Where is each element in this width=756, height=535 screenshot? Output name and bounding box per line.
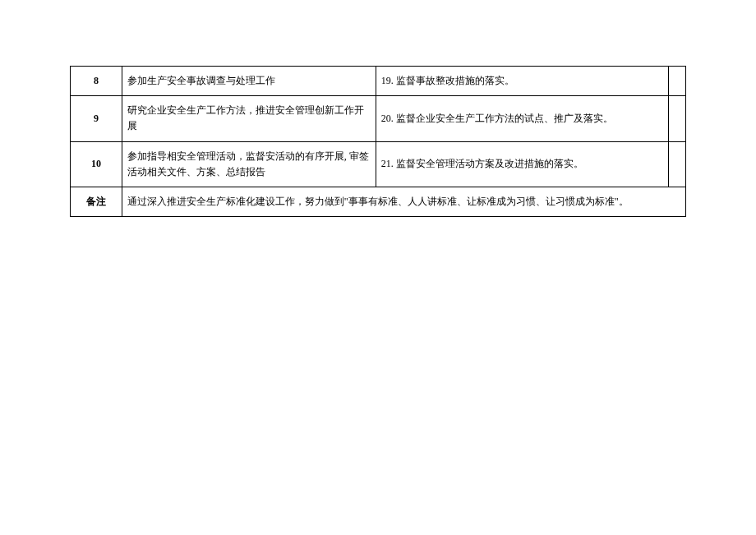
row-empty (669, 67, 686, 96)
row-number: 8 (71, 67, 122, 96)
row-detail: 21. 监督安全管理活动方案及改进措施的落实。 (376, 141, 668, 187)
row-number: 9 (71, 96, 122, 141)
row-description: 参加指导相安全管理活动，监督安活动的有序开展, 审签活动相关文件、方案、总结报告 (122, 141, 376, 187)
row-empty (669, 96, 686, 141)
table-row: 10 参加指导相安全管理活动，监督安活动的有序开展, 审签活动相关文件、方案、总… (71, 141, 686, 187)
row-detail: 19. 监督事故整改措施的落实。 (376, 67, 668, 96)
document-table: 8 参加生产安全事故调查与处理工作 19. 监督事故整改措施的落实。 9 研究企… (70, 66, 686, 217)
table-row: 9 研究企业安全生产工作方法，推进安全管理创新工作开展 20. 监督企业安全生产… (71, 96, 686, 141)
row-number: 10 (71, 141, 122, 187)
row-description: 参加生产安全事故调查与处理工作 (122, 67, 376, 96)
row-empty (669, 141, 686, 187)
table-row: 8 参加生产安全事故调查与处理工作 19. 监督事故整改措施的落实。 (71, 67, 686, 96)
note-label: 备注 (71, 187, 122, 216)
row-detail: 20. 监督企业安全生产工作方法的试点、推广及落实。 (376, 96, 668, 141)
row-description: 研究企业安全生产工作方法，推进安全管理创新工作开展 (122, 96, 376, 141)
note-content: 通过深入推进安全生产标准化建设工作，努力做到"事事有标准、人人讲标准、让标准成为… (122, 187, 685, 216)
note-row: 备注 通过深入推进安全生产标准化建设工作，努力做到"事事有标准、人人讲标准、让标… (71, 187, 686, 216)
